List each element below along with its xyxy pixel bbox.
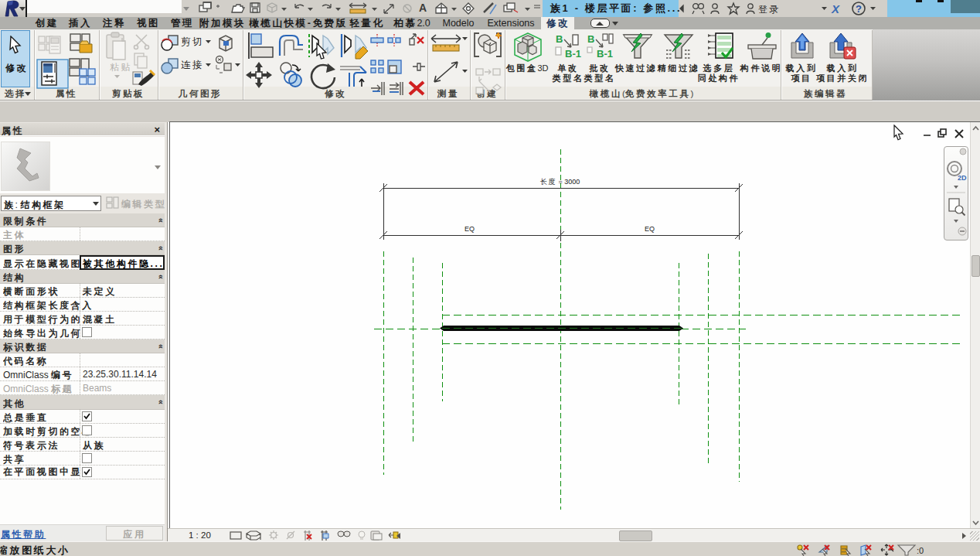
svg-text:2D: 2D bbox=[958, 174, 967, 182]
svg-text:剪切: 剪切 bbox=[181, 36, 204, 47]
svg-text:EQ: EQ bbox=[464, 225, 475, 233]
svg-text:?: ? bbox=[856, 3, 862, 15]
svg-text:B: B bbox=[556, 33, 563, 45]
svg-text:粘贴: 粘贴 bbox=[110, 62, 132, 73]
svg-text:B-1: B-1 bbox=[565, 48, 581, 60]
svg-text:连接: 连接 bbox=[181, 60, 204, 70]
svg-text:B: B bbox=[587, 33, 594, 45]
svg-text::0: :0 bbox=[917, 546, 924, 555]
svg-text:A: A bbox=[419, 2, 427, 14]
svg-text:B-1: B-1 bbox=[597, 48, 613, 60]
svg-text:登录: 登录 bbox=[758, 4, 781, 15]
svg-text:EQ: EQ bbox=[645, 225, 655, 233]
svg-text:长度 = 3000: 长度 = 3000 bbox=[540, 178, 580, 186]
svg-text:X: X bbox=[831, 2, 840, 15]
